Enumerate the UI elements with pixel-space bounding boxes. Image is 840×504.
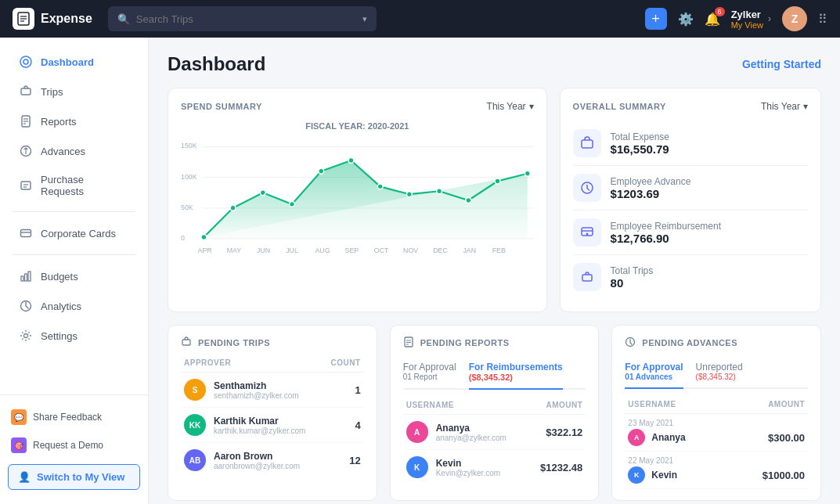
total-expense-label: Total Expense — [611, 131, 669, 142]
svg-text:OCT: OCT — [374, 247, 389, 254]
avatar-aaron: AB — [184, 449, 206, 471]
pending-trips-table-header: APPROVER COUNT — [181, 358, 364, 373]
sidebar-item-purchase-requests[interactable]: Purchase Requests — [6, 167, 142, 204]
report-row-ananya[interactable]: A Ananya ananya@zylker.com $322.12 — [403, 415, 586, 450]
ananya-advance-amount: $300.00 — [768, 432, 805, 444]
overall-summary-title: OVERALL SUMMARY — [573, 102, 666, 111]
adv-tab-unreported[interactable]: Unreported ($8,345.32) — [696, 358, 743, 387]
svg-point-31 — [230, 205, 236, 211]
pending-trips-card: PENDING TRIPS APPROVER COUNT S Senthamiz… — [168, 325, 377, 501]
tab-for-reimbursements[interactable]: For Reimbursements ($8,345.32) — [469, 358, 563, 390]
advance-row-ananya[interactable]: 23 May 2021 A Ananya $300.00 — [625, 414, 808, 452]
spend-chart-svg: 150K 100K 50K 0 — [181, 134, 534, 267]
svg-rect-59 — [182, 340, 190, 345]
sidebar-item-reports[interactable]: Reports — [6, 107, 142, 135]
pending-trips-row-2[interactable]: KK Karthik Kumar karthik.kumar@zylker.co… — [181, 408, 364, 443]
sidebar-item-dashboard[interactable]: Dashboard — [6, 48, 142, 76]
add-button[interactable]: + — [645, 8, 667, 30]
analytics-icon — [19, 299, 33, 313]
sidebar-item-trips[interactable]: Trips — [6, 77, 142, 106]
aaron-count: 12 — [349, 455, 360, 466]
switch-label: Switch to My View — [37, 471, 124, 483]
kevin-report-email: Kevin@zylker.com — [436, 469, 532, 477]
sidebar-item-settings[interactable]: Settings — [6, 322, 142, 350]
user-name: Zylker — [731, 9, 763, 20]
total-expense-value: $16,550.79 — [611, 142, 669, 156]
pending-advances-header: PENDING ADVANCES — [625, 337, 808, 349]
search-dropdown-icon[interactable]: ▾ — [362, 14, 367, 24]
summary-employee-reimbursement: Employee Reimbursement $12,766.90 — [573, 211, 808, 255]
notifications-icon[interactable]: 🔔 6 — [705, 12, 720, 27]
apps-icon[interactable]: ⠿ — [818, 12, 827, 27]
svg-text:JAN: JAN — [463, 247, 476, 254]
sidebar-item-budgets[interactable]: Budgets — [6, 262, 142, 290]
pending-advances-card: PENDING ADVANCES For Approval 01 Advance… — [611, 325, 821, 501]
request-demo-button[interactable]: 🎯 Request a Demo — [0, 431, 148, 459]
senthamizh-email: senthamizh@zylker.com — [214, 391, 347, 400]
brand-name: Expense — [41, 12, 92, 26]
total-trips-label: Total Trips — [611, 265, 654, 276]
switch-to-my-view-button[interactable]: 👤 Switch to My View — [8, 464, 140, 490]
pending-trips-row-1[interactable]: S Senthamizh senthamizh@zylker.com 1 — [181, 373, 364, 408]
avatar-karthik: KK — [184, 414, 206, 436]
avatar-ananya-reports: A — [406, 421, 428, 443]
overall-summary-card: OVERALL SUMMARY This Year ▾ Total Expens… — [560, 88, 821, 312]
employee-advance-icon — [573, 174, 601, 202]
overall-summary-period[interactable]: This Year ▾ — [761, 101, 808, 112]
page-header: Dashboard Getting Started — [168, 53, 821, 75]
getting-started-link[interactable]: Getting Started — [742, 58, 821, 70]
svg-text:0: 0 — [181, 234, 185, 242]
pending-reports-tabs: For Approval 01 Report For Reimbursement… — [403, 358, 586, 390]
svg-text:JUL: JUL — [286, 247, 298, 254]
sidebar-divider-2 — [13, 254, 135, 255]
aaron-info: Aaron Brown aaronbrown@zylker.com — [214, 451, 341, 470]
chart-fiscal-label: FISCAL YEAR: 2020-2021 — [181, 121, 534, 131]
search-input[interactable] — [136, 13, 356, 25]
avatar-ananya-advances: A — [628, 429, 645, 446]
svg-point-41 — [525, 171, 530, 176]
adv-username-col: USERNAME — [628, 400, 676, 409]
pending-trips-icon — [181, 337, 192, 349]
svg-text:DEC: DEC — [433, 247, 448, 254]
adv-tab-approval[interactable]: For Approval 01 Advances — [625, 358, 683, 389]
ananya-report-email: ananya@zylker.com — [436, 434, 539, 442]
sidebar-item-corporate-cards[interactable]: Corporate Cards — [6, 219, 142, 247]
total-expense-icon — [573, 129, 601, 157]
share-feedback-button[interactable]: 💬 Share Feedback — [0, 403, 148, 431]
kevin-report-name: Kevin — [436, 458, 532, 469]
svg-text:100K: 100K — [181, 173, 197, 181]
avatar-kevin-advances: K — [628, 466, 645, 484]
advance-row-kevin[interactable]: 22 May 2021 K Kevin $1000.00 — [625, 452, 808, 489]
brand-icon — [13, 8, 34, 30]
report-row-kevin[interactable]: K Kevin Kevin@zylker.com $1232.48 — [403, 450, 586, 484]
svg-point-37 — [406, 192, 412, 197]
sidebar-item-analytics[interactable]: Analytics — [6, 292, 142, 320]
pending-advances-tabs: For Approval 01 Advances Unreported ($8,… — [625, 358, 808, 389]
svg-point-34 — [319, 168, 324, 174]
pending-trips-row-3[interactable]: AB Aaron Brown aaronbrown@zylker.com 12 — [181, 443, 364, 477]
avatar-senthamizh: S — [184, 379, 206, 401]
sidebar-label-reports: Reports — [41, 116, 77, 128]
ananya-advance-inner: A Ananya $300.00 — [628, 429, 805, 446]
search-icon: 🔍 — [117, 13, 130, 25]
search-bar[interactable]: 🔍 ▾ — [108, 6, 377, 31]
svg-point-5 — [23, 59, 28, 64]
tab-for-approval[interactable]: For Approval 01 Report — [403, 358, 456, 388]
user-dropdown-icon[interactable]: › — [768, 13, 771, 24]
pending-reports-icon — [403, 337, 414, 349]
topnav: Expense 🔍 ▾ + ⚙️ 🔔 6 Zylker My View › Z … — [0, 0, 840, 38]
sidebar-item-advances[interactable]: Advances — [6, 137, 142, 165]
pending-reports-table-header: USERNAME AMOUNT — [403, 398, 586, 415]
svg-rect-19 — [28, 272, 31, 281]
username-col-header: USERNAME — [406, 401, 454, 409]
ananya-report-info: Ananya ananya@zylker.com — [436, 423, 539, 442]
corporate-cards-icon — [19, 226, 33, 240]
senthamizh-info: Senthamizh senthamizh@zylker.com — [214, 380, 347, 400]
employee-advance-value: $1203.69 — [611, 187, 691, 200]
ananya-advance-name-wrap: A Ananya — [628, 429, 685, 446]
pending-advances-title: PENDING ADVANCES — [642, 338, 737, 347]
trips-icon — [19, 85, 33, 99]
svg-point-35 — [348, 158, 354, 164]
settings-icon[interactable]: ⚙️ — [678, 12, 694, 27]
spend-summary-period[interactable]: This Year ▾ — [487, 101, 534, 112]
